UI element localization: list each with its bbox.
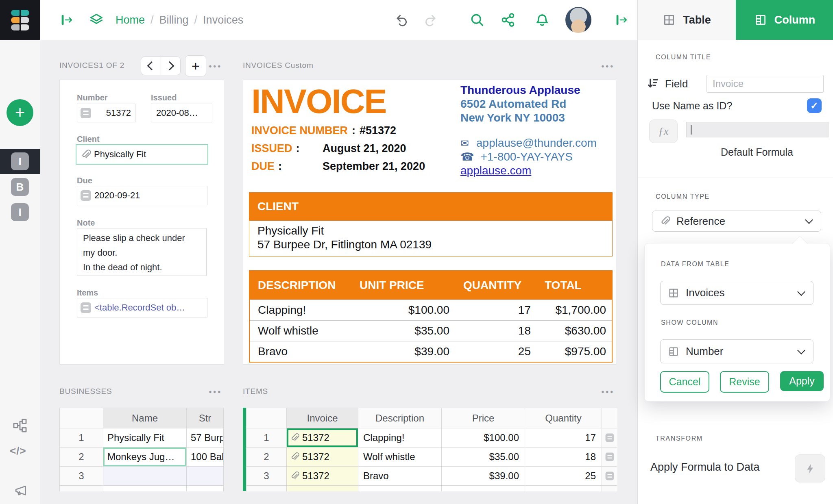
company-website-link[interactable]: applause.com [460,164,611,178]
use-name-checkbox-checked[interactable]: ✓ [807,98,822,113]
sort-icon [647,77,659,89]
redo-icon[interactable] [423,13,437,26]
row-meta-cell[interactable] [602,428,617,448]
breadcrumb-invoices[interactable]: Invoices [203,14,243,26]
code-icon[interactable]: </> [10,445,26,457]
notifications-bell-icon[interactable] [535,13,550,27]
layers-icon[interactable] [89,13,104,27]
add-record-button[interactable]: + [185,55,206,76]
sidebar-item-invoices-active[interactable]: I [0,149,40,174]
issued-field[interactable]: 2020-08… [151,104,212,122]
company-name: Thunderous Applause [460,83,611,97]
column-type-dropdown[interactable]: Reference [652,211,821,232]
corner-header-cell[interactable] [60,408,103,428]
due-field[interactable]: 2020-09-21 [77,186,207,205]
row-meta-cell[interactable] [602,448,617,467]
column-header-street[interactable]: Str [187,408,224,428]
column-header-invoice[interactable]: Invoice [287,408,358,428]
column-header-meta[interactable] [602,408,617,428]
chevron-right-icon [165,61,174,71]
invoice-ref-cell[interactable]: 51372 [287,467,358,486]
quantity-cell[interactable]: 17 [525,428,602,448]
undo-icon[interactable] [395,13,409,26]
column-header-description[interactable]: Description [358,408,442,428]
cancel-button[interactable]: Cancel [660,371,709,393]
description-cell[interactable]: Bravo [358,467,442,486]
name-cell-empty[interactable] [103,467,187,486]
invoice-ref-cell[interactable]: 51372 [287,448,358,467]
items-field[interactable]: <table.RecordSet ob… [77,298,207,317]
record-detail-card: Number 51372 Issued 2020-08… Client Phys… [59,80,224,365]
data-table-dropdown[interactable]: Invoices [660,281,813,305]
street-cell-empty[interactable] [187,467,224,486]
row-number-cell[interactable]: 3 [246,467,287,486]
add-object-button[interactable]: + [7,99,33,126]
megaphone-icon[interactable] [12,483,28,497]
formula-fx-button[interactable]: ƒx [649,119,678,143]
row-number-cell[interactable]: 1 [60,428,103,448]
corner-header-cell[interactable] [246,408,287,428]
revise-button[interactable]: Revise [720,371,769,393]
row-number-cell[interactable]: 1 [246,428,287,448]
items-more-icon[interactable]: ●●● [601,389,615,395]
businesses-more-icon[interactable]: ●●● [209,389,222,395]
selected-table-indicator [243,408,246,491]
phone-icon: ☎ [460,151,474,163]
column-header-price[interactable]: Price [442,408,525,428]
collapse-sidebar-icon[interactable] [60,13,74,26]
number-field-label: Number [77,93,108,102]
column-name-input[interactable] [707,75,824,93]
street-cell[interactable]: 57 Burp [187,428,224,448]
apply-button[interactable]: Apply [780,371,824,391]
invoice-ref-cell-selected[interactable]: 51372 [287,428,358,448]
previous-record-button[interactable] [141,57,161,75]
column-header-quantity[interactable]: Quantity [525,408,602,428]
name-cell-highlighted[interactable]: Monkeys Jug… [103,448,187,467]
breadcrumb-billing[interactable]: Billing [159,14,189,26]
price-cell[interactable]: $39.00 [442,467,525,486]
column-header-name[interactable]: Name [103,408,187,428]
automations-flowchart-icon[interactable] [12,418,28,433]
name-cell[interactable]: Physically Fit [103,428,187,448]
street-cell[interactable]: 100 Bal [187,448,224,467]
apply-formula-to-data-label: Apply Formula to Data [650,461,760,474]
table-row: 1 Physically Fit 57 Burp [60,428,224,448]
record-card-more-icon[interactable]: ●●● [209,63,222,69]
sidebar-item-businesses[interactable]: B [11,178,29,196]
tab-table[interactable]: Table [638,0,736,40]
lightning-icon [804,463,816,475]
issued-label: ISSUED [251,139,292,157]
next-record-button[interactable] [161,57,181,75]
tab-column[interactable]: Column [736,0,833,40]
section-divider [638,178,833,178]
row-number-cell[interactable]: 2 [246,448,287,467]
collapse-panel-icon[interactable] [615,13,629,26]
client-field-selected[interactable]: Physically Fit [76,144,208,165]
row-number-cell[interactable]: 3 [60,467,103,486]
show-column-dropdown[interactable]: Number [660,339,813,363]
company-email[interactable]: applause@thunder.com [476,137,597,149]
client-banner: CLIENT [249,192,613,221]
show-column-label: SHOW COLUMN [661,319,718,326]
quantity-cell[interactable]: 25 [525,467,602,486]
app-logo[interactable] [0,0,40,40]
apply-formula-button[interactable] [795,454,825,482]
breadcrumb-home[interactable]: Home [116,14,145,26]
search-icon[interactable] [470,13,484,27]
price-cell[interactable]: $35.00 [442,448,525,467]
invoice-view-more-icon[interactable]: ●●● [601,63,615,69]
row-number-cell[interactable]: 2 [60,448,103,467]
default-formula-input[interactable] [686,122,829,137]
share-icon[interactable] [501,13,515,27]
user-avatar[interactable] [565,7,591,33]
table-row-partial [60,486,224,491]
sidebar-item-items[interactable]: I [11,203,29,221]
price-cell[interactable]: $100.00 [442,428,525,448]
row-meta-cell[interactable] [602,467,617,486]
number-field[interactable]: 51372 [77,104,135,122]
description-cell[interactable]: Clapping! [358,428,442,448]
company-address1: 6502 Automated Rd [460,97,611,111]
description-cell[interactable]: Wolf whistle [358,448,442,467]
quantity-cell[interactable]: 18 [525,448,602,467]
note-field[interactable]: Please slip a check under my door. In th… [77,228,207,276]
